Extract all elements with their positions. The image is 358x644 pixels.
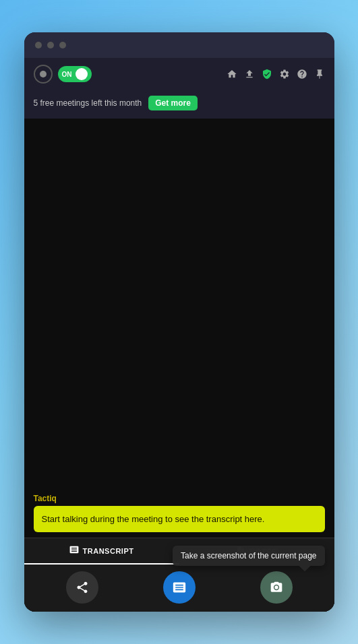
settings-icon[interactable] [279,69,290,79]
tab-transcript-label: TRANSCRIPT [83,547,134,555]
screenshot-button[interactable] [260,571,293,604]
brand-label: Tactiq [24,488,334,506]
record-button[interactable] [34,65,53,84]
prompt-text: Start talking during the meeting to see … [42,514,265,524]
window-content: ON [24,58,334,612]
upload-icon[interactable] [244,69,255,79]
toggle-knob [76,68,88,80]
toggle-switch[interactable]: ON [58,66,92,82]
notification-text: 5 free meetings left this month [34,98,142,108]
tooltip-text: Take a screenshot of the current page [181,551,316,560]
transcript-tab-icon [69,545,79,556]
notification-bar: 5 free meetings left this month Get more [24,90,334,119]
titlebar-dot-2 [47,42,54,49]
get-more-button[interactable]: Get more [148,96,198,110]
titlebar [24,32,334,58]
transcript-prompt: Start talking during the meeting to see … [34,506,325,532]
titlebar-dot-3 [59,42,66,49]
pin-icon[interactable] [314,69,325,79]
main-area: Tactiq Start talking during the meeting … [24,119,334,612]
app-window: ON [24,32,334,612]
toggle-on-label: ON [62,71,72,78]
tab-transcript[interactable]: TRANSCRIPT [24,538,179,565]
shield-icon[interactable] [262,69,272,79]
help-icon[interactable] [297,69,307,79]
transcript-content-area [24,119,334,488]
toolbar-icons [227,69,325,79]
action-bar: Take a screenshot of the current page [24,565,334,612]
record-dot [40,71,47,77]
screenshot-tooltip: Take a screenshot of the current page [173,546,324,566]
share-button[interactable] [66,571,98,604]
titlebar-dot-1 [35,42,42,49]
home-icon[interactable] [227,69,237,79]
toolbar: ON [24,58,334,90]
notes-button[interactable] [163,571,196,604]
